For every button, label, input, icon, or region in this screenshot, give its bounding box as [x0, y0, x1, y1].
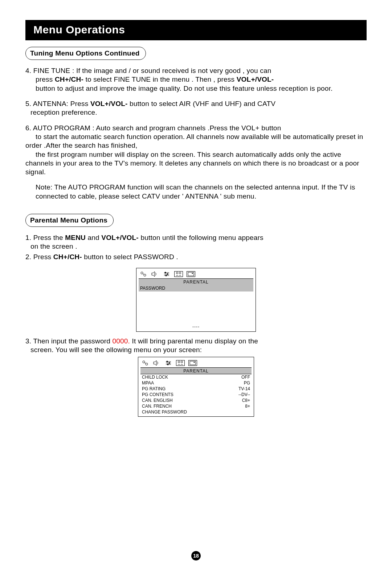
sound-icon: [151, 271, 159, 277]
sound-icon: [153, 360, 161, 366]
bold-text: CH+/CH-: [53, 253, 82, 261]
manual-page: Menu Operations Tuning Menu Options Cont…: [0, 0, 392, 575]
svg-point-10: [176, 272, 178, 274]
osd-item-label: CHILD LOCK: [142, 375, 168, 380]
svg-line-16: [144, 363, 146, 363]
text: to start the automatic search function o…: [25, 133, 363, 149]
osd-menu-item: CAN. FRENCH8+: [140, 403, 252, 409]
osd-item-value: TV-14: [238, 386, 250, 391]
bold-text: MENU: [65, 234, 86, 241]
svg-point-13: [192, 273, 193, 274]
parental-icon: [174, 271, 183, 277]
text: button to select PASSWORD .: [82, 253, 178, 261]
osd-item-value: C8+: [242, 398, 250, 403]
svg-marker-17: [154, 360, 156, 366]
osd-tab-icons: [139, 270, 253, 278]
page-title: Menu Operations: [25, 20, 367, 40]
bold-text: VOL+/VOL-: [90, 100, 128, 107]
svg-rect-23: [167, 364, 168, 365]
osd-item-label: MPAA: [142, 380, 154, 386]
osd-menu-item: PG CONTENTS--DV--: [140, 392, 252, 397]
osd-item-label: CAN. ENGLISH: [142, 398, 173, 403]
osd-item-label: CAN. FRENCH: [142, 404, 172, 409]
osd-menu-item: CAN. ENGLISHC8+: [140, 397, 252, 403]
parental-body-2: 3. Then input the password 0000. It will…: [25, 337, 367, 355]
osd-tab-icons: [140, 359, 252, 367]
text: 3. Then input the password: [25, 337, 113, 345]
text: the first program number will display on…: [25, 151, 359, 176]
bold-text: CH+/CH-: [55, 76, 83, 83]
svg-line-2: [143, 274, 144, 274]
osd-menu-item: CHANGE PASSWORD: [140, 409, 252, 415]
password-value: 0000.: [113, 337, 130, 345]
osd-item-label: CHANGE PASSWORD: [142, 409, 187, 415]
bold-text: VOL+/VOL-: [101, 234, 139, 241]
setup-icon: [188, 360, 197, 366]
tuning-icon: [164, 360, 172, 366]
svg-rect-7: [165, 272, 166, 273]
svg-marker-3: [152, 272, 155, 277]
osd-item-label: PG CONTENTS: [142, 392, 173, 397]
osd-menu-list: CHILD LOCKOFF MPAAPG PG RATINGTV-14 PG C…: [140, 374, 252, 415]
tuning-body: 4. FINE TUNE : If the image and / or sou…: [25, 66, 367, 201]
svg-rect-12: [188, 272, 194, 276]
text: 5. ANTENNA: Press: [25, 100, 90, 107]
bold-text: VOL+/VOL-: [237, 76, 274, 83]
svg-rect-22: [169, 362, 170, 364]
text: 1. Press the: [25, 234, 65, 241]
tuning-icon: [163, 271, 171, 277]
picture-icon: [141, 360, 149, 366]
svg-point-25: [181, 361, 183, 363]
osd-header: PARENTAL: [140, 367, 252, 374]
osd-item-value: OFF: [241, 375, 250, 380]
osd-item-label: PG RATING: [142, 386, 166, 391]
text: It will bring parental menu display on t…: [130, 337, 258, 345]
picture-icon: [139, 271, 147, 277]
osd-password-row: PASSWORD: [139, 285, 253, 291]
osd-item-value: PG: [244, 380, 250, 386]
setup-icon: [187, 271, 195, 277]
text: button to adjust and improve the image q…: [25, 85, 333, 92]
section-tuning-heading: Tuning Menu Options Continued: [25, 47, 146, 60]
osd-screenshot-password: PARENTAL PASSWORD ----: [136, 268, 256, 332]
text: reception preference.: [25, 109, 97, 116]
osd-menu-item: MPAAPG: [140, 380, 252, 386]
osd-password-field: ----: [139, 324, 253, 330]
osd-header: PARENTAL: [139, 278, 253, 285]
text: 4. FINE TUNE : If the image and / or sou…: [25, 67, 271, 74]
text: press: [36, 76, 55, 83]
svg-point-11: [179, 272, 181, 274]
svg-rect-8: [167, 273, 168, 275]
osd-item-value: 8+: [245, 404, 250, 409]
text: and: [86, 234, 101, 241]
svg-rect-26: [190, 361, 196, 365]
text: screen. You will see the ollowing menu o…: [25, 346, 202, 354]
svg-point-24: [178, 361, 180, 363]
osd-menu-item: PG RATINGTV-14: [140, 386, 252, 392]
svg-rect-9: [166, 275, 167, 276]
osd-menu-item: CHILD LOCKOFF: [140, 374, 252, 380]
osd-screenshot-parental-menu: PARENTAL CHILD LOCKOFF MPAAPG PG RATINGT…: [138, 357, 254, 417]
text: on the screen .: [25, 242, 77, 250]
text: to select FINE TUNE in the menu . Then ,…: [83, 76, 237, 83]
page-number: 18: [191, 551, 201, 560]
osd-item-value: --DV--: [238, 392, 250, 397]
text: button until the following menu appears: [139, 234, 264, 241]
text: button to select AIR (VHF and UHF) and C…: [128, 100, 276, 107]
text: 6. AUTO PROGRAM : Auto search and progra…: [25, 124, 281, 132]
svg-rect-21: [167, 361, 168, 362]
parental-body: 1. Press the MENU and VOL+/VOL- button u…: [25, 233, 367, 261]
note-text: Note: The AUTO PROGRAM function will sca…: [25, 183, 367, 201]
text: 2. Press: [25, 253, 53, 261]
svg-point-27: [194, 362, 195, 363]
section-parental-heading: Parental Menu Options: [25, 214, 114, 227]
parental-icon: [176, 360, 185, 366]
